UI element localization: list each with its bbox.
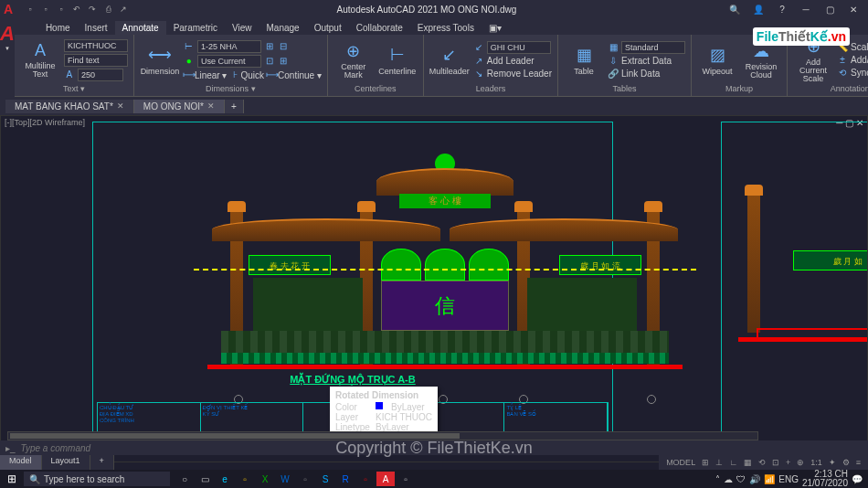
maximize-button[interactable]: ▢ [819, 2, 841, 16]
new-tab-button[interactable]: + [225, 100, 244, 113]
table-style-combo[interactable]: Standard [621, 41, 685, 54]
help-icon[interactable]: ? [771, 2, 793, 16]
add-leader-button[interactable]: ↗Add Leader [473, 56, 552, 67]
multileader-button[interactable]: ↙Multileader [429, 37, 470, 83]
tab-home[interactable]: Home [38, 21, 78, 35]
text-height-combo[interactable]: 250 [78, 69, 123, 81]
tab-parametric[interactable]: Parametric [166, 21, 225, 35]
task-taskview-icon[interactable]: ▭ [196, 472, 214, 486]
status-ortho-icon[interactable]: ∟ [727, 458, 739, 467]
sync-scale-button[interactable]: ⟲Sync Scale Positions [837, 68, 868, 79]
tab-manage[interactable]: Manage [259, 21, 307, 35]
dim-style-combo[interactable]: 1-25 NHA [197, 40, 261, 53]
status-scale[interactable]: 1:1 [809, 458, 824, 467]
extract-data-button[interactable]: ⇩Extract Data [608, 56, 685, 67]
adddel-scales-button[interactable]: ±Add/Delete Scales [837, 55, 868, 66]
add-layout-button[interactable]: + [90, 455, 114, 470]
tray-lang[interactable]: ENG [778, 474, 799, 484]
panel-dim-title[interactable]: Dimensions ▾ [140, 83, 322, 94]
task-zalo-icon[interactable]: ▫ [356, 472, 375, 486]
multiline-text-button[interactable]: A MultilineText [20, 37, 60, 83]
continue-button[interactable]: ⟼Continue ▾ [267, 69, 322, 80]
qat-redo-icon[interactable]: ↷ [86, 3, 99, 16]
scroll-thumb[interactable] [10, 433, 460, 439]
tab-view[interactable]: View [225, 21, 259, 35]
tray-net-icon[interactable]: 🔊 [749, 474, 760, 484]
task-cortana-icon[interactable]: ○ [175, 472, 194, 486]
qat-share-icon[interactable]: ↗ [117, 3, 130, 16]
task-excel-icon[interactable]: X [256, 472, 274, 486]
qat-save-icon[interactable]: ▫ [55, 3, 68, 16]
tray-date[interactable]: 21/07/2020 [802, 479, 848, 488]
centerline-button[interactable]: ⊢Centerline [377, 37, 418, 83]
model-tab[interactable]: Model [0, 455, 42, 470]
dimension-line[interactable] [194, 269, 696, 271]
app-menu-button[interactable]: A▼ [0, 18, 15, 97]
close-icon[interactable]: ✕ [117, 101, 124, 111]
minimize-button[interactable]: ─ [795, 2, 817, 16]
tab-collaborate[interactable]: Collaborate [349, 21, 410, 35]
leader-style-combo[interactable]: GHI CHU [487, 41, 551, 54]
dim-ico4[interactable]: ⊞ [278, 56, 289, 67]
dim-ico1[interactable]: ⊞ [264, 41, 275, 52]
find-text-input[interactable]: Find text [64, 54, 128, 67]
status-polar-icon[interactable]: ▦ [742, 458, 754, 467]
linear-button[interactable]: ⟼Linear ▾ [184, 69, 228, 80]
status-grid-icon[interactable]: ⊞ [700, 458, 711, 467]
table-button[interactable]: ▦Table [564, 37, 604, 83]
text-style-combo[interactable]: KICHTHUOC [64, 39, 128, 52]
tab-output[interactable]: Output [307, 21, 349, 35]
task-revit-icon[interactable]: R [336, 472, 355, 486]
wipeout-button[interactable]: ▨Wipeout [697, 37, 737, 83]
task-explorer-icon[interactable]: ▫ [236, 472, 254, 486]
tab-annotate[interactable]: Annotate [115, 21, 166, 35]
qat-open-icon[interactable]: ▫ [39, 3, 52, 16]
tray-av-icon[interactable]: 🛡 [736, 474, 746, 484]
dim-ico2[interactable]: ⊟ [278, 41, 289, 52]
doc-tab-1[interactable]: MO ONG NOI*✕ [134, 100, 225, 113]
status-trans-icon[interactable]: ⊕ [795, 458, 806, 467]
tray-wifi-icon[interactable]: 📶 [764, 474, 775, 484]
status-lwt-icon[interactable]: + [784, 458, 792, 467]
start-button[interactable]: ⊞ [0, 470, 24, 488]
signin-icon[interactable]: 👤 [747, 2, 769, 16]
horizontal-scrollbar[interactable] [7, 431, 758, 440]
doc-tab-0[interactable]: MAT BANG KHAO SAT*✕ [5, 100, 134, 113]
qat-undo-icon[interactable]: ↶ [70, 3, 83, 16]
task-app2-icon[interactable]: ▫ [397, 472, 415, 486]
qat-new-icon[interactable]: ▫ [24, 3, 37, 16]
tray-notifications-icon[interactable]: 💬 [852, 474, 863, 484]
status-gear-icon[interactable]: ⚙ [841, 458, 852, 467]
quick-button[interactable]: ⊦Quick [229, 69, 264, 80]
viewport-label[interactable]: [-][Top][2D Wireframe] [5, 118, 85, 127]
panel-text-title[interactable]: Text ▾ [20, 83, 128, 94]
status-iso-icon[interactable]: ⟲ [757, 458, 767, 467]
dim-ico3[interactable]: ⊡ [264, 56, 275, 67]
close-button[interactable]: ✕ [842, 2, 864, 16]
status-osnap-icon[interactable]: ⊡ [770, 458, 781, 467]
link-data-button[interactable]: 🔗Link Data [608, 69, 685, 80]
tray-up-icon[interactable]: ˄ [715, 474, 720, 484]
taskbar-search[interactable]: 🔍Type here to search [24, 472, 170, 486]
use-current-combo[interactable]: Use Current [197, 55, 261, 68]
close-icon[interactable]: ✕ [207, 101, 215, 111]
tray-cloud-icon[interactable]: ☁ [724, 474, 733, 484]
tab-expand-icon[interactable]: ▣▾ [482, 21, 509, 35]
tab-express[interactable]: Express Tools [410, 21, 482, 35]
remove-leader-button[interactable]: ↘Remove Leader [473, 69, 552, 80]
status-snap-icon[interactable]: ⊥ [714, 458, 725, 467]
task-edge-icon[interactable]: e [216, 472, 234, 486]
main-viewport[interactable]: [-][Top][2D Wireframe] ─ ▢ ✕ 客 心 樓 春 去 花… [0, 115, 868, 462]
command-input[interactable] [21, 443, 863, 453]
status-model[interactable]: MODEL [664, 458, 697, 467]
task-app1-icon[interactable]: ▫ [296, 472, 314, 486]
task-sketchup-icon[interactable]: S [316, 472, 334, 486]
task-word-icon[interactable]: W [276, 472, 294, 486]
panel-tables-title[interactable]: Tables [564, 83, 685, 94]
layout1-tab[interactable]: Layout1 [42, 455, 90, 470]
status-anno-icon[interactable]: ✦ [827, 458, 838, 467]
cmd-icon[interactable]: ▸_ [5, 443, 16, 453]
dimension-button[interactable]: ⟷ Dimension [140, 37, 180, 83]
tab-insert[interactable]: Insert [78, 21, 115, 35]
qat-print-icon[interactable]: ⎙ [101, 3, 114, 16]
